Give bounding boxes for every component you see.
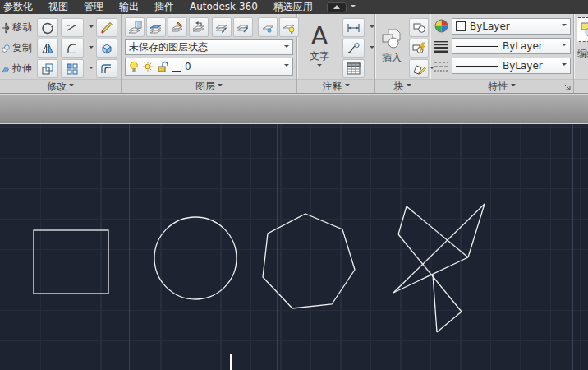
text-button[interactable]: A 文字	[300, 16, 339, 76]
edit-attribute-icon	[412, 62, 426, 75]
explode-icon	[100, 42, 113, 55]
panel-title-modify[interactable]: 修改	[0, 79, 121, 93]
menu-plugins[interactable]: 插件	[154, 0, 174, 14]
lineweight-sample	[456, 46, 498, 47]
layer-match-icon	[149, 21, 163, 35]
copy-label: 复制	[12, 41, 32, 55]
panel-title-block[interactable]: 块	[375, 79, 430, 93]
ribbon-collapse-button[interactable]	[327, 2, 347, 12]
trim-dropdown-icon[interactable]	[89, 25, 94, 30]
scale-button[interactable]	[37, 59, 58, 78]
annotation-title-label: 注释	[323, 80, 342, 94]
ribbon-collapse-menu-icon[interactable]	[351, 5, 356, 10]
layer-properties-button[interactable]	[125, 17, 145, 37]
stretch-label: 拉伸	[12, 62, 32, 76]
explode-button[interactable]	[96, 39, 117, 58]
linetype-dropdown[interactable]: ByLayer	[452, 58, 571, 74]
layer-change-button[interactable]	[168, 17, 187, 37]
layer-off-button[interactable]	[279, 17, 299, 37]
entity-star-segment	[393, 257, 468, 293]
trim-button[interactable]	[61, 18, 84, 37]
layer-state-dropdown[interactable]: 未保存的图层状态	[125, 39, 293, 55]
fillet-dropdown-icon[interactable]	[89, 46, 94, 51]
layer-unisolate-button[interactable]	[233, 17, 253, 37]
leader-dropdown-icon[interactable]	[370, 46, 374, 51]
offset-icon	[100, 62, 113, 76]
layer-thaw-sun-icon[interactable]	[142, 61, 154, 72]
scale-icon	[41, 62, 54, 76]
modify-title-label: 修改	[47, 80, 67, 94]
panel-title-group[interactable]	[574, 79, 588, 93]
panel-properties: ByLayer ByLayer ByLayer 特性	[430, 14, 574, 93]
offset-button[interactable]	[96, 59, 117, 78]
stretch-button[interactable]: 拉伸	[0, 59, 34, 78]
create-block-button[interactable]	[409, 18, 429, 37]
table-button[interactable]	[342, 59, 365, 78]
block-editor-icon	[412, 42, 426, 54]
entity-rectangle	[34, 230, 108, 294]
menu-view[interactable]: 视图	[48, 0, 68, 14]
panel-title-layers[interactable]: 图层	[122, 79, 296, 93]
mirror-button[interactable]	[37, 39, 58, 58]
erase-icon	[100, 21, 113, 35]
menu-featured-apps[interactable]: 精选应用	[273, 0, 313, 14]
canvas-shapes	[0, 124, 588, 370]
panel-layers: 未保存的图层状态 0 图层	[122, 14, 297, 93]
modify-expand-icon	[69, 84, 74, 89]
move-button[interactable]: 移动	[0, 18, 34, 37]
menu-parametric[interactable]: 参数化	[3, 0, 33, 14]
group-button[interactable]	[577, 17, 588, 42]
linetype-sample	[456, 66, 498, 67]
edit-attribute-button[interactable]	[409, 59, 429, 78]
layer-freeze-button[interactable]	[258, 17, 278, 37]
dimension-icon	[347, 22, 361, 34]
menu-manage[interactable]: 管理	[84, 0, 103, 14]
lineweight-dropdown[interactable]: ByLayer	[452, 38, 571, 54]
color-swatch	[456, 21, 466, 31]
dimension-button[interactable]	[342, 18, 365, 37]
lineweight-dropdown-icon	[562, 44, 567, 49]
group-icon	[580, 21, 588, 39]
panel-title-properties[interactable]: 特性	[430, 79, 573, 93]
properties-title-label: 特性	[489, 80, 508, 94]
layer-match-button[interactable]	[146, 17, 166, 37]
layer-unlock-icon[interactable]	[157, 61, 168, 73]
leader-button[interactable]	[342, 39, 365, 58]
move-label: 移动	[12, 21, 32, 35]
properties-expand-icon	[511, 84, 516, 89]
copy-icon	[2, 43, 10, 54]
lineweight-icon	[434, 41, 448, 53]
table-icon	[347, 62, 361, 75]
current-layer-dropdown[interactable]: 0	[125, 58, 293, 76]
collapse-up-icon	[333, 2, 340, 9]
copy-button[interactable]: 复制	[0, 39, 34, 58]
fillet-button[interactable]	[61, 39, 84, 58]
menu-autodesk360[interactable]: Autodesk 360	[190, 0, 258, 14]
panel-annotation: A 文字 注释	[297, 14, 375, 93]
layer-on-bulb-icon[interactable]	[129, 61, 139, 73]
array-button[interactable]	[61, 59, 84, 78]
menu-output[interactable]: 输出	[119, 0, 139, 14]
properties-dialog-launcher-icon[interactable]	[563, 83, 571, 90]
erase-button[interactable]	[96, 18, 117, 37]
layer-properties-icon	[128, 21, 142, 35]
rotate-icon	[41, 21, 54, 35]
object-color-dropdown[interactable]: ByLayer	[452, 18, 571, 35]
insert-button[interactable]: 插入	[376, 16, 407, 76]
array-dropdown-icon[interactable]	[89, 67, 94, 72]
linetype-value: ByLayer	[503, 60, 543, 72]
dimension-dropdown-icon[interactable]	[370, 25, 374, 30]
panel-title-annotation[interactable]: 注释	[297, 79, 374, 93]
leader-icon	[347, 42, 361, 54]
layer-isolate-button[interactable]	[212, 17, 232, 37]
block-editor-button[interactable]	[409, 39, 429, 58]
color-wheel-icon	[434, 19, 448, 33]
drawing-canvas[interactable]	[0, 124, 588, 370]
panel-block: 插入 块	[375, 14, 430, 93]
layer-color-swatch[interactable]	[172, 62, 181, 72]
rotate-button[interactable]	[37, 18, 58, 37]
layer-previous-button[interactable]	[189, 17, 209, 37]
text-label: 文字	[310, 49, 329, 63]
layer-state-value: 未保存的图层状态	[129, 40, 208, 54]
block-expand-icon	[407, 84, 411, 89]
